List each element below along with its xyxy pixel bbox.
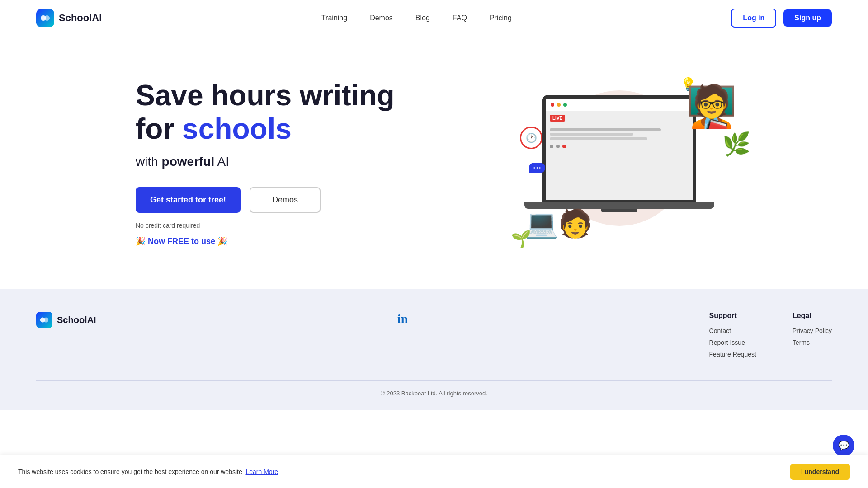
illustration-container: LIVE — [515, 77, 741, 249]
live-badge: LIVE — [550, 115, 565, 122]
laptop-stand — [601, 209, 637, 212]
copyright-text: © 2023 Backbeat Ltd. All rights reserved… — [381, 390, 487, 397]
footer-support-col: Support Contact Report Issue Feature Req… — [709, 312, 756, 362]
get-started-button[interactable]: Get started for free! — [136, 187, 241, 213]
chat-icon: 💬 — [838, 440, 849, 451]
hero-content: Save hours writing for schools with powe… — [136, 79, 395, 246]
nav-buttons: Log in Sign up — [731, 9, 832, 28]
screen-toolbar — [546, 99, 693, 111]
footer-logo[interactable]: SchoolAI — [36, 312, 96, 328]
dot-3 — [562, 145, 566, 148]
footer-logo-text: SchoolAI — [57, 315, 96, 325]
screen-content: LIVE — [546, 111, 693, 200]
hero-title: Save hours writing for schools — [136, 79, 395, 145]
navbar: SchoolAI Training Demos Blog FAQ Pricing… — [0, 0, 868, 36]
signup-button[interactable]: Sign up — [783, 9, 832, 27]
hero-buttons: Get started for free! Demos — [136, 187, 395, 213]
dot-yellow — [557, 103, 561, 107]
support-heading: Support — [709, 312, 756, 320]
logo-text: SchoolAI — [59, 12, 102, 24]
cookie-message: This website uses cookies to ensure you … — [18, 468, 278, 475]
nav-training[interactable]: Training — [321, 14, 347, 22]
nav-demos[interactable]: Demos — [370, 14, 393, 22]
dot-1 — [550, 145, 553, 148]
footer-terms[interactable]: Terms — [793, 339, 832, 346]
logo[interactable]: SchoolAI — [36, 9, 102, 27]
footer-social: in — [397, 312, 408, 326]
nav-pricing[interactable]: Pricing — [490, 14, 512, 22]
free-badge: 🎉 Now FREE to use 🎉 — [136, 236, 395, 246]
footer-bottom: © 2023 Backbeat Ltd. All rights reserved… — [36, 380, 832, 397]
footer-main: SchoolAI in Support Contact Report Issue… — [36, 312, 832, 362]
chat-bubble: • • • — [529, 163, 545, 173]
no-credit-text: No credit card required — [136, 222, 395, 229]
footer-contact[interactable]: Contact — [709, 327, 756, 334]
logo-icon — [36, 9, 54, 27]
dots-row — [550, 145, 689, 148]
screen-line-3 — [550, 137, 647, 140]
plant-left: 🌱 — [511, 230, 531, 249]
footer-links: Support Contact Report Issue Feature Req… — [709, 312, 832, 362]
footer-legal-col: Legal Privacy Policy Terms — [793, 312, 832, 362]
screen-line-1 — [550, 128, 661, 131]
svg-point-1 — [44, 15, 50, 21]
nav-blog[interactable]: Blog — [415, 14, 430, 22]
student-figure: 💻🧑 — [524, 207, 592, 239]
footer-privacy[interactable]: Privacy Policy — [793, 327, 832, 334]
hero-illustration: LIVE — [515, 77, 741, 249]
screen-inner: LIVE — [546, 99, 693, 200]
dot-2 — [556, 145, 560, 148]
svg-point-3 — [43, 318, 48, 323]
laptop-screen: LIVE — [542, 95, 696, 203]
nav-faq[interactable]: FAQ — [453, 14, 467, 22]
cookie-learn-more[interactable]: Learn More — [246, 468, 278, 475]
nav-links: Training Demos Blog FAQ Pricing — [321, 14, 512, 22]
footer-logo-icon — [36, 312, 52, 328]
dot-red — [551, 103, 554, 107]
demos-button[interactable]: Demos — [250, 187, 321, 213]
hero-section: Save hours writing for schools with powe… — [0, 36, 868, 289]
linkedin-icon[interactable]: in — [397, 312, 408, 326]
cookie-accept-button[interactable]: I understand — [790, 464, 850, 480]
plant-right: 🌿 — [722, 131, 750, 157]
teacher-figure: 🧑‍🏫 — [686, 86, 737, 127]
login-button[interactable]: Log in — [731, 9, 776, 28]
footer-report[interactable]: Report Issue — [709, 339, 756, 346]
footer: SchoolAI in Support Contact Report Issue… — [0, 289, 868, 410]
clock-icon: 🕐 — [520, 127, 542, 149]
footer-feature[interactable]: Feature Request — [709, 351, 756, 358]
hero-subtitle: with powerful AI — [136, 155, 395, 169]
legal-heading: Legal — [793, 312, 832, 320]
screen-line-2 — [550, 133, 633, 136]
dot-green — [563, 103, 567, 107]
cookie-banner: This website uses cookies to ensure you … — [0, 455, 868, 488]
chat-widget[interactable]: 💬 — [833, 435, 854, 456]
